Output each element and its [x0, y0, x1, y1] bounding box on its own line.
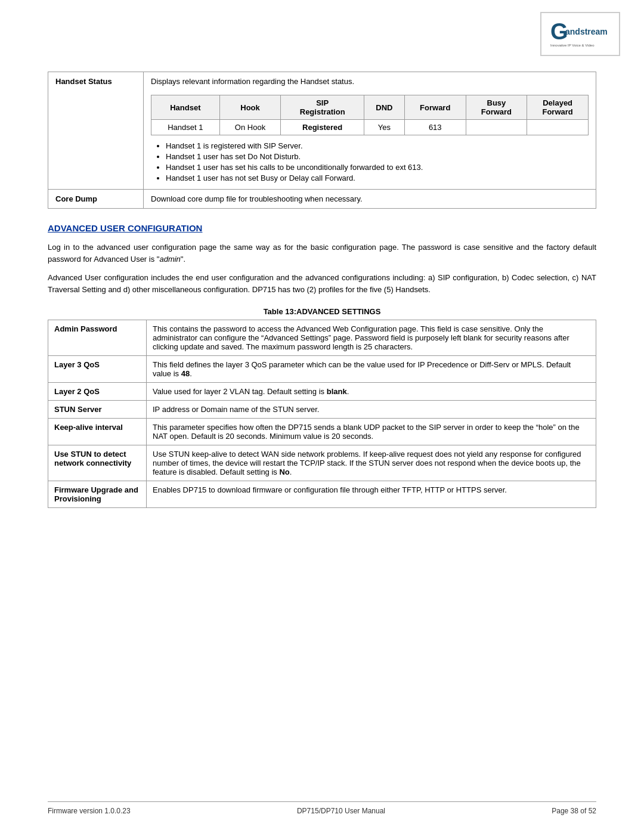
- footer-manual: DP715/DP710 User Manual: [297, 807, 385, 815]
- table-row: Handset 1 On Hook Registered Yes 613: [151, 120, 589, 135]
- section-heading: ADVANCED USER CONFIGURATION: [48, 223, 596, 233]
- bullet-3: Handset 1 user has set his calls to be u…: [166, 163, 589, 172]
- core-dump-description: Download core dump file for troubleshoot…: [144, 190, 596, 209]
- settings-row-stun-detect: Use STUN to detect network connectivity …: [48, 445, 596, 481]
- col-busy-forward: BusyForward: [466, 95, 527, 120]
- bullet-1: Handset 1 is registered with SIP Server.: [166, 141, 589, 150]
- settings-row-stun-server: STUN Server IP address or Domain name of…: [48, 401, 596, 419]
- layer2-qos-label: Layer 2 QoS: [48, 383, 147, 401]
- settings-row-l2qos: Layer 2 QoS Value used for layer 2 VLAN …: [48, 383, 596, 401]
- core-dump-label: Core Dump: [48, 190, 144, 209]
- keepalive-label: Keep-alive interval: [48, 419, 147, 445]
- firmware-desc: Enables DP715 to download firmware or co…: [147, 481, 596, 508]
- advanced-settings-table: Admin Password This contains the passwor…: [48, 320, 596, 508]
- cell-hook: On Hook: [219, 120, 281, 135]
- logo-area: G andstream Innovative IP Voice & Video: [540, 12, 620, 56]
- footer-page: Page 38 of 52: [552, 807, 596, 815]
- cell-handset-name: Handset 1: [151, 120, 220, 135]
- svg-text:andstream: andstream: [565, 27, 608, 36]
- handset-bullets: Handset 1 is registered with SIP Server.…: [157, 141, 589, 182]
- col-sip: SIPRegistration: [281, 95, 364, 120]
- svg-text:Innovative IP Voice & Video: Innovative IP Voice & Video: [550, 44, 595, 47]
- admin-password-label: Admin Password: [48, 320, 147, 356]
- col-delayed-forward: DelayedForward: [527, 95, 589, 120]
- footer-firmware: Firmware version 1.0.0.23: [48, 807, 131, 815]
- logo-box: G andstream Innovative IP Voice & Video: [540, 12, 620, 56]
- firmware-label: Firmware Upgrade and Provisioning: [48, 481, 147, 508]
- keepalive-desc: This parameter specifies how often the D…: [147, 419, 596, 445]
- handset-status-description: Displays relevant information regarding …: [151, 77, 354, 86]
- cell-sip-reg: Registered: [281, 120, 364, 135]
- settings-row-firmware: Firmware Upgrade and Provisioning Enable…: [48, 481, 596, 508]
- stun-detect-label: Use STUN to detect network connectivity: [48, 445, 147, 481]
- col-forward: Forward: [404, 95, 466, 120]
- settings-row-admin: Admin Password This contains the passwor…: [48, 320, 596, 356]
- layer2-qos-desc: Value used for layer 2 VLAN tag. Default…: [147, 383, 596, 401]
- stun-detect-desc: Use STUN keep-alive to detect WAN side n…: [147, 445, 596, 481]
- col-handset: Handset: [151, 95, 220, 120]
- para-1: Log in to the advanced user configuratio…: [48, 241, 596, 265]
- settings-row-keepalive: Keep-alive interval This parameter speci…: [48, 419, 596, 445]
- layer3-qos-label: Layer 3 QoS: [48, 356, 147, 383]
- cell-forward-val: 613: [404, 120, 466, 135]
- handset-inner-table: Handset Hook SIPRegistration DND Forward…: [151, 95, 589, 135]
- layer3-qos-desc: This field defines the layer 3 QoS param…: [147, 356, 596, 383]
- bullet-2: Handset 1 user has set Do Not Disturb.: [166, 152, 589, 161]
- bullet-4: Handset 1 user has not set Busy or Delay…: [166, 174, 589, 182]
- para-2: Advanced User configuration includes the…: [48, 272, 596, 295]
- col-hook: Hook: [219, 95, 281, 120]
- cell-busy-fwd: [466, 120, 527, 135]
- handset-status-label: Handset Status: [48, 72, 144, 190]
- handset-status-content: Displays relevant information regarding …: [144, 72, 596, 190]
- grandstream-logo: G andstream Innovative IP Voice & Video: [547, 17, 613, 49]
- cell-delayed-fwd: [527, 120, 589, 135]
- handset-status-table: Handset Status Displays relevant informa…: [48, 72, 596, 209]
- settings-row-l3qos: Layer 3 QoS This field defines the layer…: [48, 356, 596, 383]
- stun-server-label: STUN Server: [48, 401, 147, 419]
- stun-server-desc: IP address or Domain name of the STUN se…: [147, 401, 596, 419]
- advanced-table-title: Table 13:ADVANCED SETTINGS: [48, 307, 596, 316]
- page-footer: Firmware version 1.0.0.23 DP715/DP710 Us…: [48, 801, 596, 815]
- cell-dnd: Yes: [364, 120, 404, 135]
- col-dnd: DND: [364, 95, 404, 120]
- admin-password-desc: This contains the password to access the…: [147, 320, 596, 356]
